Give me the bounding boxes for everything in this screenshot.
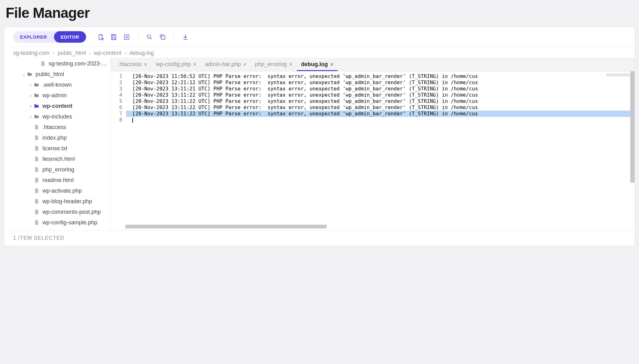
tree-file[interactable]: index.php [4,132,110,143]
chevron-right-icon: › [124,50,126,56]
tree-folder[interactable]: ⌄public_html [4,69,110,79]
code-editor[interactable]: 12345678 [20-Nov-2023 11:56:52 UTC] PHP … [110,71,635,230]
tree-folder[interactable]: ›wp-includes [4,111,110,122]
svg-point-2 [147,35,151,38]
tree-item-label: license.txt [42,145,67,152]
tree-item-label: wp-comments-post.php [42,209,101,215]
vertical-scrollbar[interactable] [630,71,635,230]
tree-file[interactable]: license.txt [4,143,110,154]
toolbar: EXPLORER EDITOR [4,27,635,47]
tree-file[interactable]: liesmich.html [4,154,110,164]
tree-file[interactable]: wp-config-sample.php [4,217,110,228]
file-icon [33,134,40,141]
line-number: 8 [110,117,126,123]
chevron-right-icon: › [53,50,54,56]
file-tab[interactable]: php_errorlog× [251,58,296,71]
folder-icon [33,113,40,120]
tree-file[interactable]: php_errorlog [4,164,110,175]
tree-item-label: wp-content [42,103,72,109]
tree-file[interactable]: wp-comments-post.php [4,207,110,217]
tree-folder[interactable]: ›wp-admin [4,90,110,101]
code-line[interactable]: [20-Nov-2023 13:11:21 UTC] PHP Parse err… [126,86,635,92]
file-tab-label: .htaccess [118,61,142,68]
new-file-icon[interactable] [95,32,105,42]
tree-file[interactable]: wp-config.php [4,228,110,230]
tree-file[interactable]: sg-testing.com-2023-11 [4,58,110,69]
code-line[interactable]: [20-Nov-2023 12:21:12 UTC] PHP Parse err… [126,79,635,86]
folder-icon [33,81,40,88]
file-tab[interactable]: debug.log× [297,58,338,71]
file-icon [33,230,40,230]
close-icon[interactable]: × [289,62,292,67]
tree-folder[interactable]: ›.well-known [4,79,110,90]
save-icon[interactable] [109,32,119,42]
file-icon [33,198,40,205]
tree-item-label: wp-blog-header.php [42,198,92,205]
tree-item-label: .htaccess [42,124,66,131]
tree-file[interactable]: .htaccess [4,122,110,132]
close-icon[interactable]: × [193,62,196,67]
search-icon[interactable] [144,32,154,42]
workspace: sg-testing.com-2023-11⌄public_html›.well… [4,58,635,230]
tree-item-label: wp-includes [42,113,72,120]
breadcrumb-segment[interactable]: public_html [57,50,86,56]
file-tree-sidebar[interactable]: sg-testing.com-2023-11⌄public_html›.well… [4,58,110,230]
breadcrumb-segment[interactable]: wp-content [94,50,121,56]
horizontal-scrollbar[interactable] [125,225,461,228]
tree-file[interactable]: wp-blog-header.php [4,196,110,207]
discard-icon[interactable] [122,32,132,42]
expand-arrow-icon[interactable]: ⌄ [21,72,26,77]
tree-item-label: wp-activate.php [42,188,82,194]
code-line[interactable]: [20-Nov-2023 13:11:22 UTC] PHP Parse err… [126,98,635,104]
code-line[interactable]: [20-Nov-2023 13:11:22 UTC] PHP Parse err… [126,104,635,111]
explorer-tab-button[interactable]: EXPLORER [13,31,54,43]
tree-folder[interactable]: ›wp-content [4,101,110,111]
editor-tab-button[interactable]: EDITOR [54,31,86,43]
close-icon[interactable]: × [330,62,333,67]
file-icon [33,145,40,152]
close-icon[interactable]: × [144,62,147,67]
file-tab-label: php_errorlog [255,61,287,68]
breadcrumb-segment[interactable]: sg-testing.com [13,50,50,56]
tree-file[interactable]: wp-activate.php [4,185,110,196]
file-tab[interactable]: .htaccess× [114,58,151,71]
file-icon [33,124,40,131]
text-cursor [132,118,133,123]
file-icon [33,219,40,226]
file-icon [33,208,40,215]
breadcrumb-segment[interactable]: debug.log [129,50,154,56]
code-lines[interactable]: [20-Nov-2023 11:56:52 UTC] PHP Parse err… [126,71,635,230]
code-line[interactable] [126,117,635,123]
close-icon[interactable]: × [243,62,246,67]
code-line[interactable]: [20-Nov-2023 11:56:52 UTC] PHP Parse err… [126,73,635,79]
toolbar-separator [174,32,174,42]
file-icon [33,166,40,173]
breadcrumb: sg-testing.com›public_html›wp-content›de… [4,47,635,58]
download-icon[interactable] [180,32,190,42]
tree-item-label: index.php [42,135,67,141]
tree-item-label: readme.html [42,177,74,184]
tree-file[interactable]: readme.html [4,175,110,185]
file-tab-label: wp-config.php [156,61,191,68]
editor-area: .htaccess×wp-config.php×admin-bar.php×ph… [110,58,635,230]
expand-arrow-icon[interactable]: › [28,104,33,108]
expand-arrow-icon[interactable]: › [28,83,33,87]
file-manager-panel: EXPLORER EDITOR sg-testing.com›public_ht… [4,27,635,246]
code-line[interactable]: [20-Nov-2023 13:11:22 UTC] PHP Parse err… [126,92,635,98]
file-icon [33,177,40,184]
page-title: File Manager [0,0,639,24]
line-number: 3 [110,86,126,92]
minimap[interactable] [607,73,632,76]
expand-arrow-icon[interactable]: › [28,93,33,98]
file-tab[interactable]: admin-bar.php× [201,58,251,71]
copy-icon[interactable] [158,32,168,42]
expand-arrow-icon[interactable]: › [28,114,33,119]
toolbar-separator [138,32,138,42]
mode-toggle: EXPLORER EDITOR [13,31,86,43]
code-line[interactable]: [20-Nov-2023 13:11:22 UTC] PHP Parse err… [126,111,635,117]
file-tab[interactable]: wp-config.php× [151,58,200,71]
tree-item-label: php_errorlog [42,166,74,173]
file-icon [39,60,46,67]
line-gutter: 12345678 [110,71,126,230]
line-number: 5 [110,98,126,104]
